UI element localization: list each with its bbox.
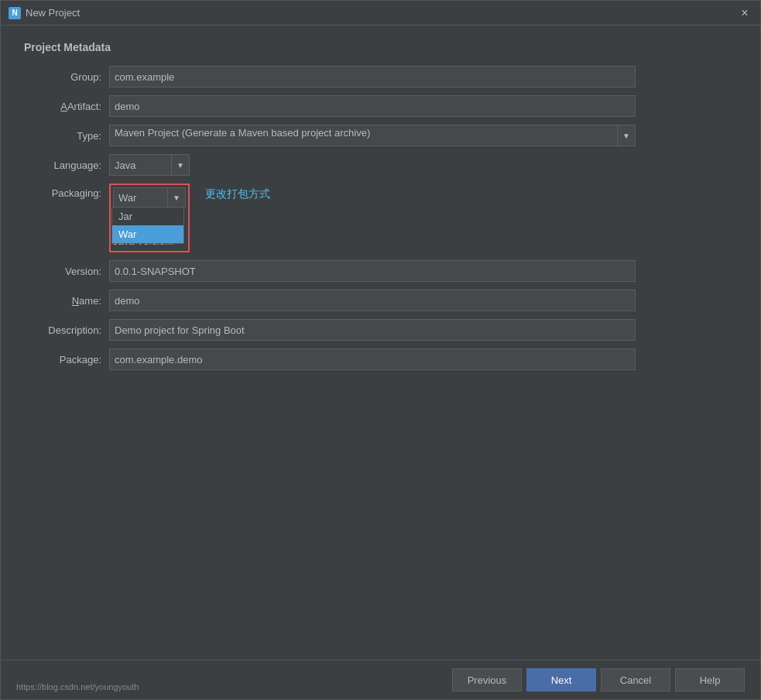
name-row: Name: [24, 290, 737, 311]
description-input[interactable] [109, 319, 636, 341]
language-select-display: Java [109, 154, 171, 176]
next-button[interactable]: Next [526, 668, 596, 691]
package-label: Package: [24, 354, 109, 365]
name-label: Name: [24, 295, 109, 307]
dialog-footer: https://blog.csdn.net/youngyouth Previou… [1, 660, 760, 699]
previous-button[interactable]: Previous [452, 668, 522, 691]
title-bar: N New Project × [1, 1, 760, 26]
packaging-option-war[interactable]: War [112, 225, 183, 243]
packaging-dropdown-arrow[interactable]: ▼ [167, 187, 186, 208]
description-label: Description: [24, 324, 109, 336]
type-select-display: Maven Project (Generate a Maven based pr… [109, 125, 617, 146]
version-label: Version: [24, 266, 109, 277]
type-label: Type: [24, 130, 109, 142]
packaging-highlight-border: War ▼ Jar War Java Version: [109, 184, 190, 252]
package-row: Package: [24, 348, 737, 370]
packaging-select-wrapper: War ▼ [113, 187, 186, 208]
packaging-selected-value: War [113, 187, 167, 208]
type-row: Type: Maven Project (Generate a Maven ba… [24, 125, 737, 146]
type-select-wrapper: Maven Project (Generate a Maven based pr… [109, 125, 636, 146]
artifact-label: AArtifact: [24, 101, 109, 112]
dialog-title: New Project [26, 7, 80, 19]
language-select-wrapper: Java ▼ [109, 154, 190, 176]
section-title: Project Metadata [24, 41, 737, 53]
package-input[interactable] [109, 348, 636, 370]
app-icon: N [9, 7, 21, 19]
packaging-row: Packaging: War ▼ Jar War Java Version: [24, 184, 737, 252]
group-input[interactable] [109, 66, 636, 88]
packaging-label: Packaging: [24, 184, 109, 199]
group-row: Group: [24, 66, 737, 88]
help-button[interactable]: Help [675, 668, 745, 691]
footer-url: https://blog.csdn.net/youngyouth [16, 682, 139, 691]
language-dropdown-arrow[interactable]: ▼ [171, 154, 190, 176]
title-bar-left: N New Project [9, 7, 80, 19]
close-button[interactable]: × [737, 5, 752, 21]
name-input[interactable] [109, 290, 636, 311]
artifact-row: AArtifact: [24, 95, 737, 117]
dialog-content: Project Metadata Group: AArtifact: Type:… [1, 26, 760, 660]
packaging-option-jar[interactable]: Jar [112, 208, 183, 225]
group-label: Group: [24, 71, 109, 83]
type-dropdown-arrow[interactable]: ▼ [617, 125, 636, 146]
new-project-dialog: N New Project × Project Metadata Group: … [0, 0, 761, 700]
cancel-button[interactable]: Cancel [601, 668, 670, 691]
language-row: Language: Java ▼ [24, 154, 737, 176]
version-input[interactable] [109, 260, 636, 282]
version-row: Version: [24, 260, 737, 282]
description-row: Description: [24, 319, 737, 341]
packaging-annotation: 更改打包方式 [205, 184, 270, 201]
artifact-input[interactable] [109, 95, 636, 117]
language-label: Language: [24, 160, 109, 171]
packaging-dropdown: Jar War [111, 207, 184, 244]
